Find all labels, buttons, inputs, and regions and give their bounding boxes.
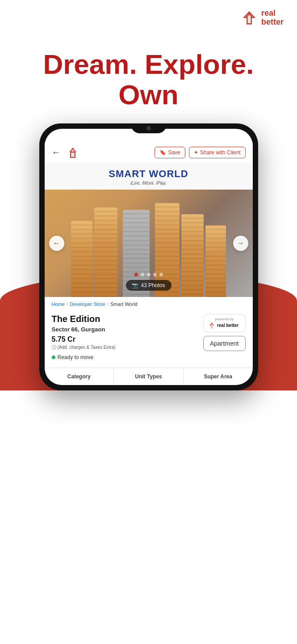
property-title: The Edition xyxy=(52,314,116,324)
apartment-type-badge[interactable]: Apartment xyxy=(203,336,246,351)
phone-screen: ← 🔖 Save ✦ xyxy=(45,129,253,385)
app-navbar: ← 🔖 Save ✦ xyxy=(45,141,253,163)
breadcrumb-home[interactable]: Home xyxy=(52,301,65,307)
share-label: Share with Client xyxy=(200,149,241,156)
share-icon: ✦ xyxy=(194,149,198,156)
nav-right: 🔖 Save ✦ Share with Client xyxy=(155,147,245,158)
phone-mockup: ← 🔖 Save ✦ xyxy=(0,123,297,390)
brand-name: SMART WORLD xyxy=(52,168,246,180)
app-content: ← 🔖 Save ✦ xyxy=(45,129,253,385)
building-1 xyxy=(71,221,92,297)
brand-header: SMART WORLD iLive. iWork. iPlay. xyxy=(45,163,253,190)
table-col-unit-types: Unit Types xyxy=(114,368,184,385)
dot-3[interactable] xyxy=(147,273,151,276)
save-label: Save xyxy=(168,149,180,156)
phone-notch xyxy=(131,123,167,133)
carousel-dots xyxy=(134,273,163,276)
property-location: Sector 66, Gurgaon xyxy=(52,326,116,333)
building-5 xyxy=(205,225,226,297)
price-note-text: (Add. charges & Taxes Extra) xyxy=(58,345,116,350)
building-2 xyxy=(94,208,117,297)
back-button[interactable]: ← xyxy=(52,147,61,157)
brand-tagline: iLive. iWork. iPlay. xyxy=(52,181,246,186)
realbetter-logo-icon xyxy=(241,9,258,26)
property-info: The Edition Sector 66, Gurgaon 5.75 Cr ⓘ… xyxy=(45,309,253,363)
ready-status-dot xyxy=(52,356,55,359)
photo-count-badge[interactable]: 📷 43 Photos xyxy=(125,280,171,291)
hero-section: Dream. Explore. Own xyxy=(0,31,297,123)
building-4 xyxy=(181,214,204,297)
powered-logo-icon xyxy=(208,322,215,329)
phone-camera xyxy=(146,126,151,131)
carousel-next-button[interactable]: → xyxy=(233,236,248,251)
bookmark-icon: 🔖 xyxy=(159,149,166,156)
carousel-prev-button[interactable]: ← xyxy=(49,236,64,251)
breadcrumb-developer-store[interactable]: Developer Store xyxy=(70,301,105,307)
property-details-left: The Edition Sector 66, Gurgaon 5.75 Cr ⓘ… xyxy=(52,314,116,360)
ready-badge: Ready to move xyxy=(52,354,116,360)
property-table-header: Category Unit Types Super Area xyxy=(45,368,253,385)
dot-5[interactable] xyxy=(159,273,163,276)
save-button[interactable]: 🔖 Save xyxy=(155,147,185,158)
powered-by-badge: powered by real better xyxy=(203,314,246,332)
camera-icon: 📷 xyxy=(132,282,138,288)
nav-left: ← xyxy=(52,146,79,159)
powered-by-text: powered by xyxy=(208,317,241,321)
breadcrumb-sep-1: › xyxy=(67,301,68,306)
powered-logo: real better xyxy=(208,322,241,329)
table-col-super-area: Super Area xyxy=(184,368,253,385)
info-icon: ⓘ xyxy=(52,344,56,351)
property-details-right: powered by real better Apartment xyxy=(203,314,246,351)
property-price: 5.75 Cr xyxy=(52,335,116,343)
ready-status-text: Ready to move xyxy=(58,354,94,360)
nav-logo-icon xyxy=(66,146,79,159)
powered-brand-name: real better xyxy=(217,323,238,328)
hero-headline: Dream. Explore. Own xyxy=(13,49,284,110)
price-note: ⓘ (Add. charges & Taxes Extra) xyxy=(52,344,116,351)
photo-count-label: 43 Photos xyxy=(141,282,165,288)
property-carousel: ← → 📷 43 Photos xyxy=(45,190,253,297)
logo-text: real better xyxy=(261,9,284,27)
breadcrumb: Home › Developer Store › Smart World xyxy=(45,297,253,309)
dot-1[interactable] xyxy=(134,273,138,276)
logo: real better xyxy=(241,9,284,27)
table-col-category: Category xyxy=(45,368,114,385)
breadcrumb-sep-2: › xyxy=(107,301,109,306)
phone-frame: ← 🔖 Save ✦ xyxy=(39,123,258,390)
header: real better xyxy=(0,0,297,31)
dot-4[interactable] xyxy=(153,273,157,276)
dot-2[interactable] xyxy=(141,273,144,276)
breadcrumb-current: Smart World xyxy=(110,301,138,307)
share-button[interactable]: ✦ Share with Client xyxy=(189,147,246,158)
